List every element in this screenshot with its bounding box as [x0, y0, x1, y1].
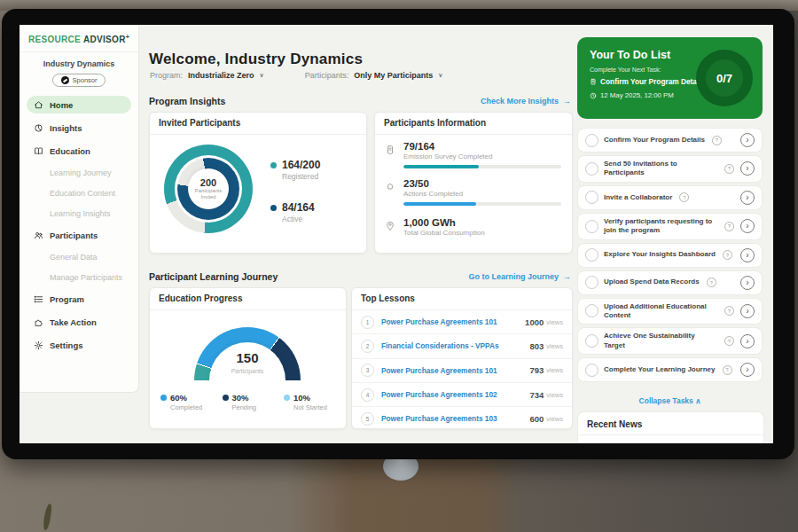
rank-badge: 3 [361, 364, 374, 377]
chevron-right-icon[interactable]: › [740, 334, 755, 348]
task-checkbox[interactable] [585, 334, 598, 348]
sidebar-item-home[interactable]: Home [27, 96, 131, 113]
sidebar-item-education[interactable]: Education [27, 142, 131, 160]
sidebar-nav: Home Insights Education Learning Journey… [20, 96, 138, 354]
sidebar: RESOURCEADVISOR+ Industry Dynamics Spons… [20, 25, 139, 393]
monitor-bezel: RESOURCEADVISOR+ Industry Dynamics Spons… [2, 9, 794, 459]
help-icon[interactable]: ? [723, 365, 732, 375]
sidebar-item-learning-journey[interactable]: Learning Journey [27, 165, 131, 180]
task-row-verify-participants[interactable]: Verify participants requesting to join t… [577, 213, 763, 240]
task-checkbox[interactable] [585, 276, 598, 289]
collapse-tasks-link[interactable]: Collapse Tasks ∧ [577, 396, 763, 405]
task-checkbox[interactable] [585, 220, 598, 233]
help-icon[interactable]: ? [724, 306, 734, 316]
check-more-insights-link[interactable]: Check More Insights → [481, 97, 571, 106]
help-icon[interactable]: ? [723, 250, 732, 260]
chevron-right-icon[interactable]: › [740, 133, 755, 147]
clock-icon [590, 92, 597, 99]
task-checkbox[interactable] [585, 191, 598, 204]
learning-journey-header: Participant Learning Journey Go to Learn… [149, 271, 571, 282]
invited-donut-chart: 200 Participants Invited [164, 145, 253, 233]
chevron-right-icon[interactable]: › [740, 191, 755, 205]
info-row-survey: 79/164 Emission Survey Completed [384, 141, 561, 168]
participants-filter-dropdown[interactable]: Participants: Only My Participants ∨ [305, 71, 443, 80]
todo-progress-ring: 0/7 [696, 50, 753, 106]
section-title-learning-journey: Participant Learning Journey [149, 271, 278, 282]
survey-progress-bar [403, 165, 561, 168]
invited-center-value: 200 [200, 177, 216, 188]
chevron-right-icon[interactable]: › [740, 304, 755, 318]
sidebar-item-participants[interactable]: Participants [27, 226, 131, 244]
active-legend: 84/164Active [270, 201, 315, 223]
legend-pending: 30% Pending [223, 393, 279, 411]
lesson-row[interactable]: 3 Power Purchase Agreements 101 793 view… [352, 359, 572, 383]
help-icon[interactable]: ? [724, 164, 734, 174]
sidebar-item-learning-insights[interactable]: Learning Insights [27, 206, 131, 221]
education-icon [34, 146, 43, 156]
chevron-right-icon[interactable]: › [740, 248, 755, 262]
logo-plus: + [126, 34, 129, 40]
lesson-row[interactable]: 5 Power Purchase Agreements 103 600 view… [352, 407, 572, 430]
sidebar-item-manage-participants[interactable]: Manage Participants [27, 270, 131, 285]
lesson-row[interactable]: 1 Power Purchase Agreements 101 1000 vie… [352, 310, 572, 334]
sidebar-item-insights[interactable]: Insights [27, 119, 131, 137]
sponsor-label: Sponsor [73, 76, 98, 84]
task-checkbox[interactable] [585, 364, 598, 377]
task-row-invite-collaborator[interactable]: Invite a Collaborator ? › [577, 185, 763, 210]
program-icon [34, 294, 43, 304]
arrow-right-icon: → [563, 97, 571, 106]
lesson-link[interactable]: Power Purchase Agreements 101 [381, 317, 525, 326]
card-title: Top Lessons [352, 288, 572, 310]
chevron-right-icon[interactable]: › [740, 363, 755, 377]
chevron-right-icon[interactable]: › [740, 276, 755, 290]
task-row-achieve-sustainability-target[interactable]: Achieve One Sustainability Target ? › [577, 327, 763, 355]
chevron-right-icon[interactable]: › [740, 219, 755, 233]
program-insights-header: Program Insights Check More Insights → [149, 96, 571, 106]
plant-leaf [43, 504, 53, 531]
help-icon[interactable]: ? [724, 336, 734, 346]
task-checkbox[interactable] [585, 134, 598, 147]
info-row-consumption: 1,000 GWh Total Global Consumption [384, 217, 561, 237]
task-row-explore-insights[interactable]: Explore Your Insights Dashboard ? › [577, 243, 763, 268]
lesson-link[interactable]: Power Purchase Agreements 103 [381, 414, 529, 423]
sidebar-item-settings[interactable]: Settings [27, 336, 131, 354]
legend-not-started: 10% Not Started [284, 393, 340, 411]
sidebar-item-general-data[interactable]: General Data [27, 249, 131, 264]
lesson-row[interactable]: 4 Power Purchase Agreements 102 734 view… [352, 383, 572, 407]
task-row-upload-spend-data[interactable]: Upload Spend Data Records ? › [577, 270, 763, 295]
task-checkbox[interactable] [585, 162, 598, 176]
invited-participants-card: Invited Participants 200 Participants In… [149, 112, 367, 254]
lesson-link[interactable]: Financial Considerations - VPPAs [381, 341, 529, 350]
sidebar-item-program[interactable]: Program [27, 290, 131, 308]
help-icon[interactable]: ? [707, 278, 716, 287]
chevron-right-icon[interactable]: › [740, 161, 755, 176]
task-checkbox[interactable] [585, 248, 598, 262]
task-row-confirm-program-details[interactable]: Confirm Your Program Details ? › [577, 128, 763, 153]
task-row-upload-educational-content[interactable]: Upload Additional Educational Content ? … [577, 298, 763, 325]
help-icon[interactable]: ? [724, 222, 734, 231]
sidebar-item-take-action[interactable]: Take Action [27, 313, 131, 331]
sidebar-item-education-content[interactable]: Education Content [27, 185, 131, 200]
lesson-link[interactable]: Power Purchase Agreements 102 [381, 390, 529, 399]
todo-title: Your To Do List [590, 49, 670, 61]
help-icon[interactable]: ? [712, 136, 722, 145]
chevron-down-icon: ∨ [260, 72, 264, 79]
todo-subtitle: Complete Your Next Task: [590, 66, 661, 73]
gauge-center-value: 150 [194, 350, 301, 365]
todo-progress-count: 0/7 [696, 50, 753, 106]
dashboard-screen: RESOURCEADVISOR+ Industry Dynamics Spons… [20, 25, 773, 443]
info-row-actions: 23/50 Actions Completed [384, 178, 561, 206]
lesson-link[interactable]: Power Purchase Agreements 101 [381, 366, 529, 375]
task-row-send-invitations[interactable]: Send 50 Invitations to Participants ? › [577, 155, 763, 183]
go-to-learning-journey-link[interactable]: Go to Learning Journey → [468, 272, 571, 281]
task-row-complete-learning-journey[interactable]: Complete Your Learning Journey ? › [577, 357, 763, 382]
task-checkbox[interactable] [585, 304, 598, 317]
photo-background: RESOURCEADVISOR+ Industry Dynamics Spons… [0, 0, 798, 532]
program-filter-dropdown[interactable]: Program: Industrialize Zero ∨ [150, 71, 264, 80]
sponsor-badge: Sponsor [52, 74, 106, 87]
help-icon[interactable]: ? [679, 192, 689, 202]
logo-text-secondary: ADVISOR [83, 35, 126, 44]
registered-dot [270, 162, 277, 168]
lesson-row[interactable]: 2 Financial Considerations - VPPAs 803 v… [352, 334, 572, 358]
page-title: Welcome, Industry Dynamics [149, 51, 363, 68]
